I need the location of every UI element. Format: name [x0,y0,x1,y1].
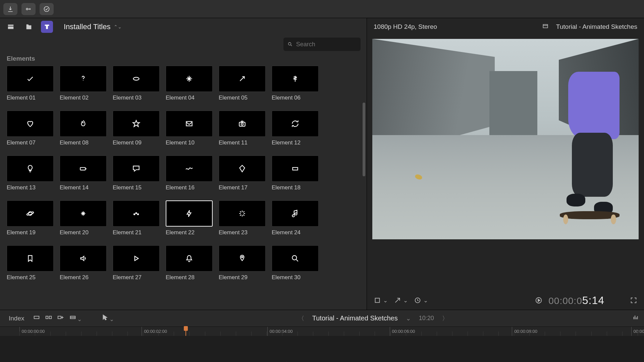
clip-appearance-icon[interactable] [542,23,549,31]
titles-search-input[interactable] [296,41,357,48]
chevron-down-icon: ⌄ [403,297,408,304]
element-item[interactable]: Element 21 [113,200,160,241]
element-thumbnail [60,156,107,182]
viewer-pane: 1080p HD 24p, Stereo Tutorial - Animated… [367,18,644,310]
svg-point-6 [241,123,244,125]
star-icon [132,119,141,128]
svg-rect-20 [34,316,39,318]
element-item[interactable]: Element 23 [219,200,266,241]
element-item[interactable]: Element 14 [60,156,107,196]
append-clip-button[interactable] [57,314,64,323]
element-item[interactable]: Element 09 [113,111,160,151]
ruler-tick: 00:00:04:00 [267,327,293,336]
element-item[interactable]: Element 10 [166,111,213,151]
element-item[interactable]: Element 07 [7,111,54,151]
viewer-canvas[interactable] [372,39,639,239]
keyword-button[interactable] [21,3,36,15]
element-label: Element 06 [272,92,319,106]
transform-tool[interactable]: ⌄ [374,297,388,304]
element-label: Element 24 [272,227,319,241]
element-item[interactable]: Element 20 [60,200,107,241]
titles-browser: Installed Titles ⌃⌄ Elements Element 01E… [0,18,367,310]
overwrite-clip-button[interactable]: ⌄ [69,314,82,323]
element-item[interactable]: Element 25 [7,245,54,286]
retime-tool[interactable]: ⌄ [414,297,428,304]
browser-scrollbar[interactable] [363,66,365,310]
element-item[interactable]: Element 19 [7,200,54,241]
check-icon [26,74,35,83]
svg-rect-23 [58,316,61,318]
titles-search[interactable] [283,38,361,51]
element-item[interactable]: Element 16 [166,156,213,196]
planet-icon [26,209,35,218]
timeline-ruler[interactable]: 00:00:00:0000:00:02:0000:00:04:0000:00:0… [0,326,644,336]
timeline-history-back[interactable]: 〈 [298,314,304,322]
element-item[interactable]: Element 24 [272,200,319,241]
insert-clip-button[interactable] [45,314,52,323]
oval-icon [132,74,141,83]
timeline-history-forward[interactable]: 〉 [442,314,448,322]
chevron-down-icon[interactable]: ⌄ [406,315,411,322]
element-thumbnail [113,200,160,227]
play-icon [132,254,141,263]
element-thumbnail [219,156,266,182]
element-thumbnail [219,200,266,227]
ruler-tick: 00:00:00:00 [19,327,45,336]
bookmark-icon [26,254,35,263]
select-tool[interactable]: ⌄ [101,314,114,323]
timeline-index-button[interactable]: Index [5,313,28,323]
element-item[interactable]: Element 18 [272,156,319,196]
element-item[interactable]: Element 29 [219,245,266,286]
element-thumbnail [219,111,266,137]
element-item[interactable]: Element 03 [113,66,160,106]
media-tab[interactable] [23,21,35,33]
element-item[interactable]: Element 02 [60,66,107,106]
element-label: Element 17 [219,182,266,196]
heart-icon [26,119,35,128]
play-button[interactable] [535,297,542,304]
element-item[interactable]: Element 28 [166,245,213,286]
timeline-tracks[interactable] [0,336,644,362]
element-thumbnail [60,245,107,272]
element-thumbnail [166,111,213,137]
svg-point-0 [26,8,28,10]
svg-rect-16 [543,24,547,28]
element-thumbnail [272,200,319,227]
library-tab[interactable] [5,21,17,33]
element-label: Element 11 [219,137,266,151]
connect-clip-button[interactable] [33,314,40,323]
background-tasks-button[interactable] [40,3,54,15]
timeline-title[interactable]: Tutorial - Animated Sketches [312,314,398,322]
element-item[interactable]: Element 11 [219,111,266,151]
element-thumbnail [7,245,54,272]
import-button[interactable] [3,3,17,15]
element-thumbnail [60,200,107,227]
element-thumbnail [113,111,160,137]
element-item[interactable]: Element 05 [219,66,266,106]
chevron-down-icon: ⌄ [77,316,82,322]
enhance-tool[interactable]: ⌄ [394,297,408,304]
element-item[interactable]: Element 30 [272,245,319,286]
element-item[interactable]: Element 12 [272,111,319,151]
fullscreen-button[interactable] [630,297,637,304]
element-item[interactable]: Element 06 [272,66,319,106]
audio-meters-button[interactable] [632,314,639,323]
element-item[interactable]: Element 08 [60,111,107,151]
titles-category-dropdown[interactable]: Installed Titles ⌃⌄ [64,22,122,31]
element-label: Element 23 [219,227,266,241]
element-item[interactable]: Element 22 [166,200,213,241]
dots-icon [132,209,141,218]
bulb-icon [26,164,35,173]
search-icon [287,41,293,47]
svg-point-15 [292,255,297,260]
element-item[interactable]: Element 26 [60,245,107,286]
element-item[interactable]: Element 13 [7,156,54,196]
element-item[interactable]: Element 15 [113,156,160,196]
titles-tab[interactable] [41,21,53,33]
element-item[interactable]: Element 17 [219,156,266,196]
svg-point-13 [138,214,139,215]
element-item[interactable]: Element 04 [166,66,213,106]
element-label: Element 04 [166,92,213,106]
element-item[interactable]: Element 01 [7,66,54,106]
element-item[interactable]: Element 27 [113,245,160,286]
